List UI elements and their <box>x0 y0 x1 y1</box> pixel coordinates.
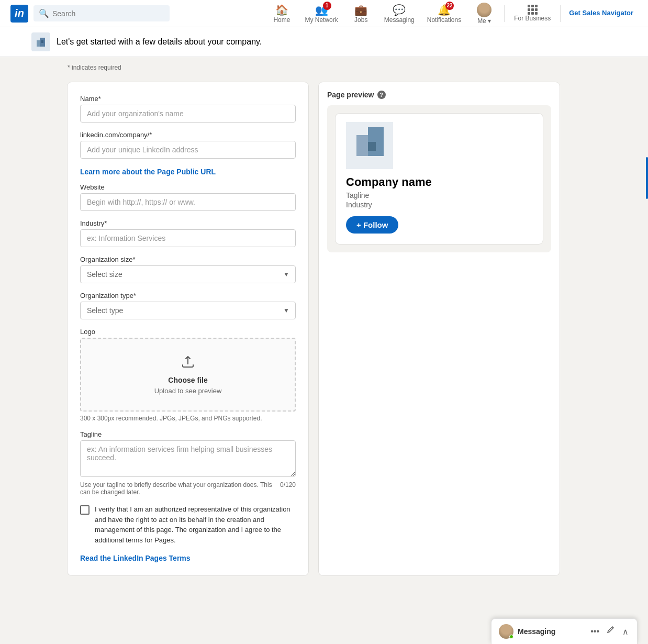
search-input[interactable] <box>52 9 164 18</box>
tagline-label: Tagline <box>80 430 296 438</box>
tagline-textarea[interactable] <box>80 440 296 477</box>
nav-avatar <box>477 3 491 17</box>
get-sales-navigator-link[interactable]: Get Sales Navigator <box>565 7 638 20</box>
website-field-group: Website <box>80 183 296 211</box>
tagline-field-group: Tagline Use your tagline to briefly desc… <box>80 430 296 496</box>
preview-inner: Company name Tagline Industry + Follow <box>327 105 551 252</box>
svg-rect-2 <box>41 40 43 43</box>
industry-input[interactable] <box>80 229 296 247</box>
messaging-label: Messaging <box>518 627 555 636</box>
nav-for-business[interactable]: For Business <box>509 3 556 24</box>
tagline-hint-text: Use your tagline to briefly describe wha… <box>80 481 276 496</box>
home-icon: 🏠 <box>275 4 288 16</box>
learn-more-link[interactable]: Learn more about the Page Public URL <box>80 168 216 176</box>
logo-label: Logo <box>80 328 296 336</box>
svg-rect-0 <box>37 40 40 47</box>
tagline-char-count: 0/120 <box>280 481 296 496</box>
verify-text: I verify that I am an authorized represe… <box>95 504 296 545</box>
for-business-icon <box>528 5 538 15</box>
online-status-dot <box>509 635 513 639</box>
org-type-field-group: Organization type* Select type Public Co… <box>80 292 296 319</box>
nav-items: 🏠 Home 👥 1 My Network 💼 Jobs 💬 Messaging… <box>266 1 638 27</box>
pages-terms-link[interactable]: Read the LinkedIn Pages Terms <box>80 554 191 562</box>
verify-checkbox[interactable] <box>80 505 90 515</box>
nav-jobs-label: Jobs <box>354 16 367 24</box>
messaging-icon: 💬 <box>393 4 406 16</box>
form-column: Name* linkedin.com/company/* Learn more … <box>68 82 308 575</box>
org-type-label: Organization type* <box>80 292 296 299</box>
nav-messaging-label: Messaging <box>384 16 415 24</box>
notifications-icon: 🔔 22 <box>438 4 451 16</box>
search-bar[interactable]: 🔍 <box>33 5 170 21</box>
page-header-text: Let's get started with a few details abo… <box>57 37 262 47</box>
org-size-select[interactable]: Select size 1-10 employees 11-50 employe… <box>80 265 296 283</box>
logo-field-group: Logo Choose file Upload to see preview 3… <box>80 328 296 422</box>
messaging-compose-button[interactable] <box>606 625 616 638</box>
org-type-select[interactable]: Select type Public Company Privately Hel… <box>80 302 296 319</box>
messaging-dots-button[interactable]: ••• <box>589 626 600 637</box>
upload-icon <box>92 354 284 372</box>
upload-sub-label: Upload to see preview <box>92 387 284 395</box>
main-container: Name* linkedin.com/company/* Learn more … <box>36 72 612 586</box>
page-header-icon <box>31 32 50 51</box>
search-icon: 🔍 <box>39 8 49 18</box>
preview-company-card: Company name Tagline Industry + Follow <box>336 114 543 244</box>
nav-me[interactable]: Me ▾ <box>468 1 500 27</box>
preview-tagline: Tagline <box>346 191 532 199</box>
messaging-bar: Messaging ••• ∧ <box>491 618 638 644</box>
jobs-icon: 💼 <box>354 4 367 16</box>
nav-me-label: Me ▾ <box>477 17 491 25</box>
nav-messaging[interactable]: 💬 Messaging <box>379 2 420 26</box>
nav-notifications-label: Notifications <box>427 16 461 24</box>
nav-my-network-label: My Network <box>305 16 338 24</box>
messaging-collapse-button[interactable]: ∧ <box>621 626 630 638</box>
scroll-indicator[interactable] <box>646 157 648 199</box>
nav-for-business-label: For Business <box>514 15 551 22</box>
url-input[interactable] <box>80 141 296 159</box>
preview-title: Page preview ? <box>327 91 551 99</box>
industry-field-group: Industry* <box>80 219 296 247</box>
my-network-icon: 👥 1 <box>315 4 328 16</box>
logo-hint: 300 x 300px recommended. JPGs, JPEGs, an… <box>80 415 296 422</box>
required-note: * indicates required <box>68 64 121 71</box>
url-field-group: linkedin.com/company/* <box>80 131 296 159</box>
svg-rect-5 <box>368 127 384 156</box>
messaging-avatar <box>499 624 513 639</box>
choose-file-label: Choose file <box>168 376 207 384</box>
name-label: Name* <box>80 95 296 103</box>
nav-jobs[interactable]: 💼 Jobs <box>345 2 377 26</box>
preview-logo <box>346 122 393 169</box>
linkedin-logo[interactable]: in <box>10 5 28 23</box>
preview-company-name: Company name <box>346 175 532 189</box>
nav-home[interactable]: 🏠 Home <box>266 2 297 26</box>
nav-divider <box>504 5 505 22</box>
logo-upload-area[interactable]: Choose file Upload to see preview <box>80 338 296 412</box>
follow-button[interactable]: + Follow <box>346 216 398 234</box>
industry-label: Industry* <box>80 219 296 227</box>
url-label: linkedin.com/company/* <box>80 131 296 139</box>
nav-home-label: Home <box>273 16 290 24</box>
nav-notifications[interactable]: 🔔 22 Notifications <box>422 2 466 26</box>
website-label: Website <box>80 183 296 191</box>
nav-my-network[interactable]: 👥 1 My Network <box>299 2 343 26</box>
website-input[interactable] <box>80 193 296 211</box>
verify-section: I verify that I am an authorized represe… <box>80 504 296 545</box>
org-size-select-wrapper: Select size 1-10 employees 11-50 employe… <box>80 265 296 283</box>
page-header: Let's get started with a few details abo… <box>0 27 648 57</box>
tagline-hint: Use your tagline to briefly describe wha… <box>80 481 296 496</box>
my-network-badge: 1 <box>323 2 331 10</box>
org-size-field-group: Organization size* Select size 1-10 empl… <box>80 256 296 283</box>
org-type-select-wrapper: Select type Public Company Privately Hel… <box>80 302 296 319</box>
name-input[interactable] <box>80 105 296 123</box>
org-size-label: Organization size* <box>80 256 296 263</box>
notifications-badge: 22 <box>445 2 454 10</box>
messaging-actions: ••• ∧ <box>589 625 630 638</box>
messaging-left: Messaging <box>499 624 555 639</box>
preview-industry: Industry <box>346 201 532 209</box>
svg-rect-6 <box>368 142 376 151</box>
company-icon <box>35 36 47 48</box>
navbar: in 🔍 🏠 Home 👥 1 My Network 💼 Jobs 💬 Mess… <box>0 0 648 27</box>
preview-title-text: Page preview <box>327 91 374 99</box>
nav-divider-2 <box>560 5 561 22</box>
help-icon[interactable]: ? <box>377 91 386 99</box>
